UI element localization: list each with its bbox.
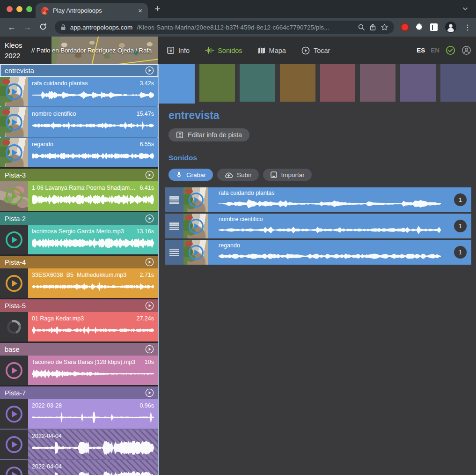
track-header[interactable]: Pista-2 [0,212,158,225]
importar-button[interactable]: Importar [263,169,312,181]
screen-recording-icon[interactable] [402,24,408,30]
audio-clip[interactable]: 2022-04-04 [0,430,158,459]
reload-button[interactable] [36,23,50,32]
audio-clip[interactable]: 2022-03-28 0.96s [0,399,158,429]
drag-handle[interactable] [165,240,183,265]
play-ring-icon[interactable] [0,268,28,298]
sound-thumbnail[interactable] [183,240,208,265]
forward-button[interactable]: → [21,23,35,31]
audio-clip[interactable]: 33ESX6038_B5_Muthedukkum.mp3 2.71s [0,268,158,298]
track-play-button[interactable] [145,258,154,267]
track-swatch-3[interactable] [240,64,275,102]
nav-info[interactable]: Info [167,46,190,54]
audio-clip[interactable]: 2022-04-04 [0,460,158,475]
play-ring-icon[interactable] [0,430,28,459]
app-logo[interactable]: Kleos 2022 [5,40,22,61]
maximize-window-button[interactable] [26,6,32,12]
clip-thumbnail[interactable] [0,399,28,429]
clip-thumbnail[interactable] [0,312,28,341]
url-bar[interactable]: app.antropoloops.com/Kleos-Santa-Marina/… [55,21,394,34]
play-ring-icon[interactable] [0,107,28,137]
grabar-button[interactable]: Grabar [168,169,213,181]
play-ring-icon[interactable] [0,460,28,475]
sound-thumbnail[interactable] [183,187,208,212]
sound-row[interactable]: regando 1 [165,240,471,265]
language-toggle-en[interactable]: EN [431,47,439,54]
track-play-button[interactable] [145,345,154,354]
sound-row[interactable]: nombre cientifico 1 [165,214,471,238]
clip-thumbnail[interactable] [0,138,28,167]
extensions-puzzle-icon[interactable] [415,23,423,31]
tab-search-chevron-icon[interactable] [462,6,469,14]
nav-sonidos[interactable]: Sonidos [205,47,242,54]
nav-mapa[interactable]: Mapa [258,47,286,54]
nav-tocar[interactable]: Tocar [301,46,330,55]
audio-clip[interactable]: lacrimosa Sergio García Merlo.mp3 13.16s [0,225,158,254]
clip-thumbnail[interactable] [0,460,28,475]
play-ring-icon[interactable] [0,399,28,429]
track-swatch-8[interactable] [440,64,476,102]
sound-row[interactable]: rafa cuidando plantas 1 [165,187,471,212]
account-icon[interactable] [461,45,471,55]
play-ring-icon[interactable] [0,138,28,167]
clip-thumbnail[interactable] [0,77,28,106]
back-button[interactable]: ← [5,23,19,31]
close-window-button[interactable] [7,6,13,12]
sound-thumbnail[interactable] [183,214,208,238]
play-ring-icon[interactable] [183,240,208,265]
play-ring-icon[interactable] [0,356,28,385]
audio-clip[interactable]: regando 6.55s [0,138,158,167]
track-play-button[interactable] [145,301,154,310]
profile-avatar[interactable] [445,21,457,33]
track-swatch-7[interactable] [400,64,436,102]
zoom-icon[interactable] [358,23,365,31]
track-header[interactable]: Pista-7 [0,386,158,399]
edit-track-info-button[interactable]: Editar info de pista [168,128,249,141]
audio-clip[interactable]: 1-06 Lavanya Rama Poorna Shadjam Rupak..… [0,181,158,211]
side-panel-icon[interactable] [430,23,438,31]
clip-thumbnail[interactable] [0,356,28,385]
clip-thumbnail[interactable] [0,268,28,298]
browser-tab[interactable]: Play Antropoloops × [36,3,148,18]
audio-clip[interactable]: rafa cuidando plantas 3.42s [0,77,158,106]
track-swatch-6[interactable] [360,64,395,102]
drag-handle[interactable] [165,187,183,212]
bookmark-star-icon[interactable] [381,23,388,31]
track-header[interactable]: base [0,343,158,356]
play-ring-icon[interactable] [0,225,28,254]
tab-close-icon[interactable]: × [138,7,142,14]
track-play-button[interactable] [145,388,154,397]
play-ring-icon[interactable] [0,77,28,106]
minimize-window-button[interactable] [16,6,22,12]
track-play-button[interactable] [145,171,154,179]
subir-button[interactable]: Subir [217,169,259,181]
clip-thumbnail[interactable] [0,225,28,254]
track-play-button[interactable] [145,66,154,75]
play-ring-icon[interactable] [183,187,208,212]
breadcrumb[interactable]: // Patio en Bordador Rodríguez Ojeda / R… [31,37,152,64]
track-header[interactable]: entrevista [0,64,158,77]
track-header[interactable]: Pista-3 [0,169,158,181]
track-swatch-5[interactable] [320,64,356,102]
audio-clip[interactable]: 01 Raga Kedar.mp3 27.24s [0,312,158,341]
clip-thumbnail[interactable] [0,430,28,459]
clip-thumbnail[interactable] [0,181,28,211]
audio-clip[interactable]: nombre cientifico 15.47s [0,107,158,137]
play-ring-icon[interactable] [0,181,28,211]
track-swatch-1[interactable] [159,64,195,104]
new-tab-button[interactable]: + [154,4,161,14]
drag-handle[interactable] [165,214,183,238]
track-play-button[interactable] [145,214,154,223]
play-ring-icon[interactable] [183,214,208,238]
track-swatch-2[interactable] [199,64,235,102]
clip-thumbnail[interactable] [0,107,28,137]
url-path: /Kleos-Santa-Marina/20ee8112-b37f-459d-8… [137,24,353,31]
share-icon[interactable] [369,23,376,31]
track-header[interactable]: Pista-5 [0,299,158,312]
track-header[interactable]: Pista-4 [0,256,158,268]
browser-menu-icon[interactable]: ⋮ [464,23,471,32]
loading-spinner-icon[interactable] [0,312,28,341]
audio-clip[interactable]: Taconeo de Sara Baras (128 kbps).mp3 10s [0,356,158,385]
track-swatch-4[interactable] [280,64,315,102]
language-toggle-es[interactable]: ES [417,47,425,54]
